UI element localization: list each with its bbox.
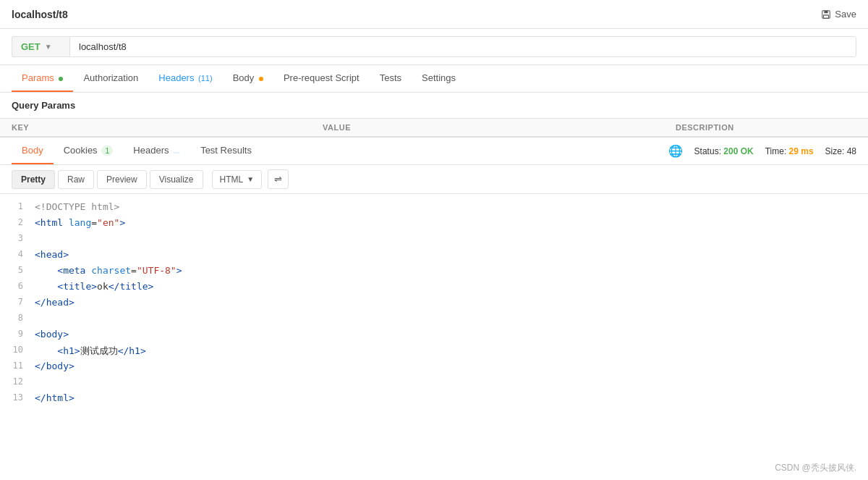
format-chevron-icon: ▼: [247, 175, 254, 183]
bracket-token: >: [148, 281, 154, 292]
line-content: <h1>测试成功</h1>: [35, 345, 862, 358]
pretty-button[interactable]: Pretty: [12, 170, 55, 189]
line-number: 12: [6, 376, 35, 387]
tab-tests[interactable]: Tests: [370, 65, 412, 92]
col-desc-header: DESCRIPTION: [676, 123, 856, 132]
code-line: 4<head>: [0, 249, 868, 265]
line-number: 2: [6, 217, 35, 227]
bracket-token: <: [35, 249, 41, 260]
indent-token: [35, 281, 57, 292]
wrap-button[interactable]: ⇌: [268, 169, 289, 189]
tag-token: head: [46, 297, 69, 308]
tag-token: head: [41, 249, 63, 260]
tag-token: h1: [63, 345, 75, 356]
code-line: 13</html>: [0, 392, 868, 408]
save-button[interactable]: Save: [821, 9, 856, 20]
indent-token: [35, 265, 57, 276]
line-content: <title>ok</title>: [35, 281, 862, 292]
line-content: [35, 233, 862, 244]
line-number: 13: [6, 392, 35, 403]
tag-token: title: [63, 281, 91, 292]
tag-token: body: [46, 361, 69, 371]
method-select[interactable]: GET ▼: [12, 36, 69, 57]
line-number: 9: [6, 329, 35, 339]
resp-tab-headers[interactable]: Headers: [123, 138, 190, 164]
tab-pre-request[interactable]: Pre-request Script: [273, 65, 370, 92]
globe-icon: 🌐: [668, 144, 683, 158]
tab-headers[interactable]: Headers (11): [148, 65, 222, 92]
code-line: 2<html lang="en">: [0, 217, 868, 233]
chevron-down-icon: ▼: [45, 43, 52, 51]
query-params-label: Query Params: [0, 93, 868, 119]
raw-button[interactable]: Raw: [58, 170, 94, 189]
attr-name-token: charset: [85, 265, 131, 276]
tag-token: title: [119, 281, 148, 292]
line-number: 7: [6, 297, 35, 307]
response-tabs: Body Cookies 1 Headers Test Results 🌐 St…: [0, 138, 868, 165]
bracket-token: >: [69, 297, 75, 308]
bracket-token: <: [35, 329, 41, 340]
code-line: 5 <meta charset="UTF-8">: [0, 265, 868, 281]
bracket-token: </: [35, 361, 46, 371]
bracket-token: >: [69, 392, 75, 403]
bracket-token: <: [57, 345, 63, 356]
top-bar: localhost/t8 Save: [0, 0, 868, 29]
time-value: 29 ms: [789, 146, 814, 156]
tab-params[interactable]: Params: [12, 65, 73, 92]
bracket-token: >: [63, 249, 69, 260]
bracket-token: >: [69, 361, 75, 371]
format-select[interactable]: HTML ▼: [212, 170, 263, 189]
preview-button[interactable]: Preview: [97, 170, 147, 189]
svg-rect-1: [825, 10, 828, 13]
line-content: <html lang="en">: [35, 217, 862, 228]
status-ok: 200 OK: [723, 146, 753, 156]
line-number: 6: [6, 281, 35, 291]
bracket-token: >: [91, 281, 97, 292]
col-key-header: KEY: [12, 123, 323, 132]
code-line: 11</body>: [0, 361, 868, 376]
bracket-token: <: [35, 217, 41, 228]
url-bar: GET ▼: [0, 29, 868, 65]
tab-settings[interactable]: Settings: [412, 65, 466, 92]
bracket-token: </: [109, 281, 120, 292]
line-number: 1: [6, 201, 35, 211]
cookies-badge: 1: [101, 146, 113, 156]
indent-token: [35, 345, 57, 356]
params-dot: [59, 77, 63, 81]
viewer-bar: Pretty Raw Preview Visualize HTML ▼ ⇌: [0, 165, 868, 194]
bracket-token: >: [75, 345, 80, 356]
bracket-token: </: [35, 297, 46, 308]
code-line: 8: [0, 313, 868, 329]
line-number: 3: [6, 233, 35, 243]
bracket-token: <: [57, 265, 63, 276]
tag-token: html: [46, 392, 69, 403]
tab-body[interactable]: Body: [223, 65, 273, 92]
code-line: 7</head>: [0, 297, 868, 313]
line-number: 8: [6, 313, 35, 323]
code-line: 12: [0, 376, 868, 392]
resp-tab-body[interactable]: Body: [12, 138, 54, 164]
bracket-token: >: [140, 345, 146, 356]
text-token: =: [91, 217, 97, 228]
format-label: HTML: [220, 174, 244, 185]
attr-name-token: lang: [63, 217, 91, 228]
text-token: =: [131, 265, 137, 276]
tab-authorization[interactable]: Authorization: [73, 65, 148, 92]
code-line: 3: [0, 233, 868, 249]
url-input[interactable]: [69, 36, 856, 57]
headers-badge: (11): [198, 74, 213, 83]
resp-tab-test-results[interactable]: Test Results: [190, 138, 262, 164]
line-content: </body>: [35, 361, 862, 371]
line-content: <head>: [35, 249, 862, 260]
request-tabs: Params Authorization Headers (11) Body P…: [0, 65, 868, 93]
visualize-button[interactable]: Visualize: [150, 170, 203, 189]
doctype-token: <!DOCTYPE html>: [35, 201, 119, 212]
line-content: [35, 313, 862, 324]
resp-tab-cookies[interactable]: Cookies 1: [54, 138, 124, 164]
response-section: Body Cookies 1 Headers Test Results 🌐 St…: [0, 137, 868, 418]
line-number: 4: [6, 249, 35, 259]
code-area: 1<!DOCTYPE html>2<html lang="en">3 4<hea…: [0, 194, 868, 418]
tag-token: h1: [129, 345, 140, 356]
text-content-token: ok: [97, 281, 109, 292]
text-content-token: 测试成功: [80, 345, 118, 356]
